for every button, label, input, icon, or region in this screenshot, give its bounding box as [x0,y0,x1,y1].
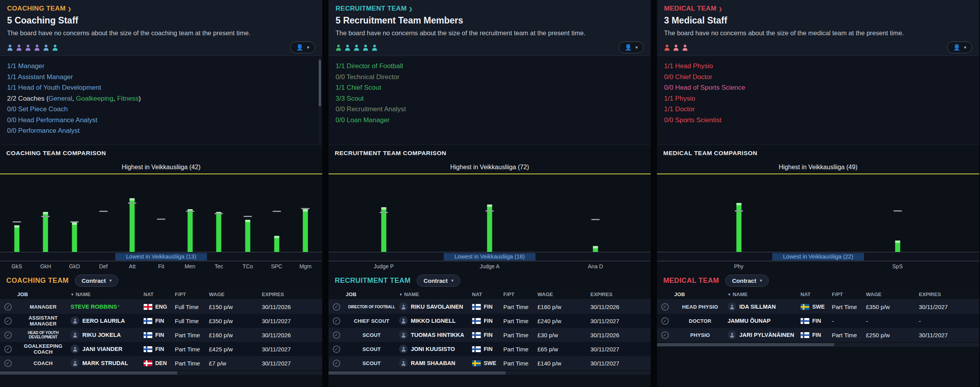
column-job[interactable]: JOB [344,289,399,299]
wage-cell: £150 p/w [209,300,262,314]
row-check-cell[interactable]: ✓ [657,314,673,328]
medical-team-section-link[interactable]: MEDICAL TEAM ❯ [664,5,722,13]
table-row[interactable]: ✓SCOUTJONI KUUSISTOFINPart Time£65 p/w30… [328,342,651,356]
role-item[interactable]: 1/1 Head of Youth Development [7,82,315,93]
table-row[interactable]: ✓SCOUTTUOMAS HINTIKKAFINPart Time£30 p/w… [328,328,651,342]
column-fpt[interactable]: F/PT [832,289,866,299]
name-cell[interactable]: JANI VIANDER [71,342,143,356]
table-row[interactable]: ✓GOALKEEPING COACHJANI VIANDERFINPart Ti… [0,342,322,356]
row-check-cell[interactable]: ✓ [0,356,16,370]
contract-dropdown[interactable]: Contract ▾ [75,275,118,287]
table-row[interactable]: ✓MANAGERSTEVE ROBBINS*ENGFull Time£150 p… [0,300,322,314]
contract-dropdown[interactable]: Contract ▾ [725,275,769,287]
scrollbar-thumb[interactable] [328,371,506,374]
name-cell[interactable]: RIKU JOKELA [71,328,143,342]
column-nat[interactable]: NAT [143,289,175,299]
staff-member-icon [372,44,377,51]
name-cell[interactable]: STEVE ROBBINS* [71,300,143,314]
role-item[interactable]: 0/0 Recruitment Analyst [336,104,644,115]
role-item[interactable]: 1/1 Physio [664,93,972,104]
role-item[interactable]: 0/0 Technical Director [336,72,644,83]
role-item[interactable]: 0/0 Sports Scientist [664,115,972,126]
recruitment-team-section-link[interactable]: RECRUITMENT TEAM ❯ [336,5,413,13]
row-check-cell[interactable]: ✓ [0,300,16,314]
staff-member-icon [682,44,688,51]
column-name[interactable]: ▼NAME [71,289,143,299]
column-fpt[interactable]: F/PT [175,289,209,299]
staff-view-dropdown[interactable]: 👤 ▾ [619,42,644,53]
table-row[interactable]: ✓HEAD PHYSIOIDA SILLMANSWEPart Time£350 … [657,300,979,314]
column-fpt[interactable]: F/PT [503,289,537,299]
row-check-cell[interactable]: ✓ [657,300,673,314]
vertical-scrollbar[interactable] [319,58,321,143]
column-expires[interactable]: EXPIRES [262,289,322,299]
table-row[interactable]: ✓DOCTORJAMMU ÕUNAPFIN--- [657,314,979,328]
row-check-cell[interactable]: ✓ [328,328,344,342]
column-expires[interactable]: EXPIRES [590,289,651,299]
role-item[interactable]: 0/0 Chief Doctor [664,72,972,83]
row-check-cell[interactable]: ✓ [328,300,344,314]
name-cell[interactable]: RAMI SHAABAN [399,356,472,370]
name-cell[interactable]: MIKKO LIGNELL [399,314,472,328]
column-wage[interactable]: WAGE [866,289,919,299]
staff-view-dropdown[interactable]: 👤 ▾ [947,42,972,53]
table-row[interactable]: ✓SCOUTRAMI SHAABANSWEPart Time£140 p/w30… [328,356,651,370]
column-job[interactable]: JOB [673,289,728,299]
row-check-cell[interactable]: ✓ [657,328,673,342]
contract-dropdown[interactable]: Contract ▾ [417,275,460,287]
column-name[interactable]: ▼NAME [728,289,800,299]
role-item[interactable]: 1/1 Assistant Manager [7,72,315,83]
table-row[interactable]: ✓PHYSIOJARI PYLVÄNÄINENFINPart Time£250 … [657,328,979,342]
column-job[interactable]: JOB [16,289,71,299]
scrollbar-thumb[interactable] [657,343,834,346]
role-item[interactable]: 0/0 Performance Analyst [7,125,315,136]
horizontal-scrollbar[interactable] [657,343,979,347]
name-cell[interactable]: TUOMAS HINTIKKA [399,328,472,342]
role-item[interactable]: 1/1 Chief Scout [336,82,644,93]
name-cell[interactable]: IDA SILLMAN [728,300,800,314]
name-cell[interactable]: JARI PYLVÄNÄINEN [728,328,800,342]
row-check-cell[interactable]: ✓ [0,314,16,328]
horizontal-scrollbar[interactable] [328,371,651,375]
role-item[interactable]: 2/2 Coaches (General, Goalkeeping, Fitne… [7,93,315,104]
person-silhouette-icon [401,318,406,324]
name-cell[interactable]: EERO LAURILA [71,314,143,328]
column-expires[interactable]: EXPIRES [919,289,979,299]
name-cell[interactable]: JAMMU ÕUNAP [728,314,800,328]
role-text: 0/0 Head of Sports Science [664,84,745,91]
role-item[interactable]: 1/1 Head Physio [664,61,972,72]
horizontal-scrollbar[interactable] [0,371,322,375]
name-cell[interactable]: JONI KUUSISTO [399,342,472,356]
role-item[interactable]: 0/0 Head Performance Analyst [7,115,315,126]
table-row[interactable]: ✓COACHMARK STRUDALDENPart Time£7 p/w30/1… [0,356,322,370]
row-check-cell[interactable]: ✓ [328,342,344,356]
role-item[interactable]: 0/0 Set Piece Coach [7,104,315,115]
table-row[interactable]: ✓DIRECTOR OF FOOTBALLRIKU SAVOLAINENFINP… [328,300,651,314]
league-average-marker [42,216,50,217]
role-item[interactable]: 0/0 Head of Sports Science [664,82,972,93]
column-wage[interactable]: WAGE [209,289,262,299]
row-check-cell[interactable]: ✓ [328,356,344,370]
row-check-cell[interactable]: ✓ [0,328,16,342]
row-check-cell[interactable]: ✓ [328,314,344,328]
table-row[interactable]: ✓HEAD OF YOUTH DEVELOPMENTRIKU JOKELAFIN… [0,328,322,342]
role-item[interactable]: 1/1 Doctor [664,104,972,115]
chart-column [659,174,818,252]
name-cell[interactable]: RIKU SAVOLAINEN [399,300,472,314]
scrollbar-thumb[interactable] [0,371,177,374]
role-item[interactable]: 1/1 Manager [7,61,315,72]
column-wage[interactable]: WAGE [537,289,590,299]
scrollbar-thumb[interactable] [319,60,321,106]
name-cell[interactable]: MARK STRUDAL [71,356,143,370]
role-item[interactable]: 0/0 Loan Manager [336,115,644,126]
staff-view-dropdown[interactable]: 👤 ▾ [290,42,315,53]
table-row[interactable]: ✓ASSISTANT MANAGEREERO LAURILAFINFull Ti… [0,314,322,328]
column-nat[interactable]: NAT [800,289,832,299]
column-nat[interactable]: NAT [472,289,503,299]
column-name[interactable]: ▼NAME [399,289,472,299]
role-item[interactable]: 1/1 Director of Football [336,61,644,72]
role-item[interactable]: 3/3 Scout [336,93,644,104]
row-check-cell[interactable]: ✓ [0,342,16,356]
table-row[interactable]: ✓CHIEF SCOUTMIKKO LIGNELLFINPart Time£24… [328,314,651,328]
coaching-team-section-link[interactable]: COACHING TEAM ❯ [7,5,72,13]
